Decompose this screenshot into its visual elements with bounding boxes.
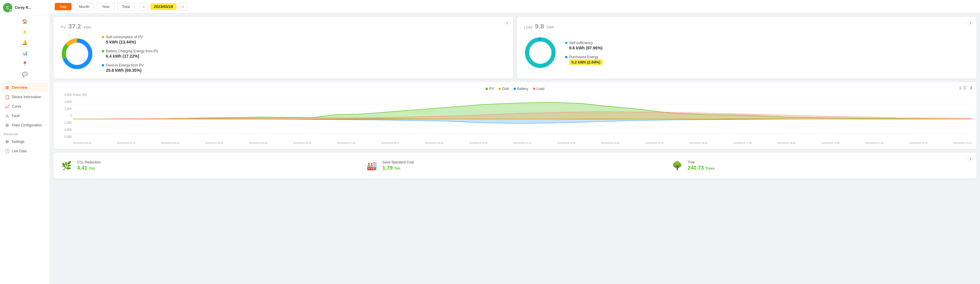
load-legend-item-1: Purchased Energy 0.2 kWh (2.04%) — [565, 55, 970, 64]
sidebar-item-curve[interactable]: 📈 Curve — [1, 102, 49, 111]
stat-co2-label: CO₂ Reduction — [77, 160, 100, 164]
chart-body: 6,000 4,000 2,000 0 -2,000 -4,000 -6,000… — [58, 93, 972, 144]
stat-coal-label: Save Standard Coal — [382, 160, 414, 164]
stat-tree-text: Tree 240.73 Trees — [688, 160, 714, 171]
pv-legend-item-0: Self-consumption of PV 5 kWh (13.44%) — [102, 35, 508, 44]
sidebar: C Corey R... 🏠 ⚡ 🔔 📊 📍 💬 ⊞ Overview 📋 De… — [0, 0, 50, 284]
y-label-4000: 4,000 — [58, 100, 72, 103]
x-label-0: 2023/03/19 00:00 — [73, 142, 91, 144]
stats-row: ℹ 🌿 CO₂ Reduction 4.41 Ton 🏭 Save Standa… — [54, 152, 977, 178]
load-card: ℹ Load 9.8 kWh — [517, 17, 977, 78]
date-nav: ‹ 2023/03/19 › — [140, 2, 187, 11]
x-label-9: 2023/03/19 10:30 — [469, 142, 487, 144]
nav-icon-chart[interactable]: 📊 — [21, 50, 29, 57]
x-label-7: 2023/03/19 08:10 — [381, 142, 399, 144]
stats-info-icon[interactable]: ℹ — [968, 156, 973, 162]
chart-legend-grid: Grid — [498, 87, 509, 91]
x-label-14: 2023/03/19 16:20 — [689, 142, 707, 144]
chart-legend-battery: Battery — [514, 87, 528, 91]
sidebar-item-device-info[interactable]: 📋 Device Information — [1, 92, 49, 102]
sidebar-item-settings[interactable]: ⚙ Settings — [1, 137, 49, 146]
month-button[interactable]: Month — [74, 3, 94, 10]
sidebar-item-plant-config-label: Plant Configuration — [12, 123, 42, 127]
curve-icon: 📈 — [5, 104, 10, 109]
x-label-5: 2023/03/19 05:50 — [293, 142, 311, 144]
live-data-icon: 🕐 — [5, 149, 10, 154]
sidebar-item-device-info-label: Device Information — [12, 95, 41, 99]
chart-y-axis: 6,000 4,000 2,000 0 -2,000 -4,000 -6,000 — [58, 93, 73, 144]
next-date-button[interactable]: › — [179, 2, 187, 11]
fault-icon: ⚠ — [5, 113, 10, 118]
nav-icon-bell[interactable]: 🔔 — [21, 39, 29, 46]
x-label-2: 2023/03/19 02:20 — [161, 142, 179, 144]
pv-legend: Self-consumption of PV 5 kWh (13.44%) Ba… — [102, 35, 508, 73]
stat-coal-text: Save Standard Coal 1.79 Ton — [382, 160, 414, 171]
pv-legend-dot-1 — [102, 50, 104, 52]
y-label-6000: 6,000 — [58, 93, 72, 97]
stat-co2: 🌿 CO₂ Reduction 4.41 Ton — [59, 159, 360, 173]
day-button[interactable]: Day — [55, 3, 72, 10]
y-label-0: 0 — [58, 114, 72, 117]
nav-icon-message[interactable]: 💬 — [21, 71, 29, 78]
chart-list-icon[interactable]: ☰ — [963, 86, 967, 90]
chart-legend-pv: PV — [485, 87, 494, 91]
stat-coal-value: 1.79 Ton — [382, 165, 414, 171]
nav-icon-energy[interactable]: ⚡ — [21, 29, 29, 36]
sidebar-item-plant-config[interactable]: ⚙ Plant Configuration — [1, 121, 49, 130]
content-area: ℹ PV 37.2 kWh — [50, 13, 980, 284]
plant-config-icon: ⚙ — [5, 123, 10, 128]
chart-info-icon[interactable]: ℹ — [959, 86, 961, 90]
pv-legend-item-1: Battery Charging Energy from PV 6.4 kWh … — [102, 49, 508, 59]
pv-legend-value-1: 6.4 kWh (17.22%) — [102, 54, 508, 59]
nav-icon-location[interactable]: 📍 — [21, 60, 29, 67]
load-legend-value-1: 0.2 kWh (2.04%) — [565, 60, 970, 64]
x-label-11: 2023/03/19 12:50 — [557, 142, 575, 144]
pv-legend-value-0: 5 kWh (13.44%) — [102, 40, 508, 44]
load-card-title: Load 9.8 kWh — [523, 23, 970, 30]
x-label-10: 2023/03/19 11:40 — [513, 142, 531, 144]
sidebar-item-live-data[interactable]: 🕐 Live Data — [1, 146, 49, 156]
chart-toolbar: ℹ ☰ ⬇ — [959, 86, 973, 90]
chart-legend: PV Grid Battery Load — [58, 87, 972, 91]
x-label-16: 2023/03/19 18:40 — [777, 142, 795, 144]
x-label-12: 2023/03/19 14:00 — [601, 142, 619, 144]
year-button[interactable]: Year — [97, 3, 115, 10]
x-label-15: 2023/03/19 17:30 — [733, 142, 751, 144]
pv-card: ℹ PV 37.2 kWh — [54, 17, 513, 78]
chart-card: ℹ ☰ ⬇ PV Grid Battery L — [54, 82, 977, 149]
overview-icon: ⊞ — [5, 85, 10, 90]
chart-legend-dot-grid — [498, 87, 501, 90]
sidebar-item-fault-label: Fault — [12, 114, 20, 118]
chart-svg-wrap: Power (W) — [73, 93, 972, 144]
chart-legend-dot-battery — [514, 87, 516, 90]
sidebar-item-overview[interactable]: ⊞ Overview — [1, 83, 49, 92]
load-legend-dot-1 — [565, 56, 567, 58]
settings-icon: ⚙ — [5, 140, 10, 144]
y-label-neg6000: -6,000 — [58, 135, 72, 138]
pv-info-icon[interactable]: ℹ — [504, 20, 510, 25]
sidebar-nav: ⊞ Overview 📋 Device Information 📈 Curve … — [0, 81, 50, 284]
sidebar-header: C Corey R... — [0, 0, 50, 16]
current-date: 2023/03/19 — [150, 3, 177, 10]
sidebar-item-overview-label: Overview — [12, 86, 27, 90]
pv-legend-dot-2 — [102, 64, 104, 67]
load-card-inner: Self-sufficiency 9.6 kWh (97.96%) Purcha… — [523, 35, 970, 70]
x-label-13: 2023/03/19 15:10 — [645, 142, 663, 144]
purchased-energy-badge: 0.2 kWh (2.04%) — [569, 59, 603, 65]
chart-download-icon[interactable]: ⬇ — [969, 86, 973, 90]
stat-tree: 🌳 Tree 240.73 Trees — [670, 159, 970, 173]
load-donut — [523, 35, 558, 70]
main-content: Day Month Year Total ‹ 2023/03/19 › ℹ PV… — [50, 0, 980, 284]
chart-legend-load: Load — [533, 87, 544, 91]
chart-y-title: Power (W) — [73, 93, 972, 97]
x-label-19: 2023/03/19 22:10 — [909, 142, 928, 144]
nav-icon-home[interactable]: 🏠 — [21, 18, 29, 25]
x-label-17: 2023/03/19 19:50 — [821, 142, 839, 144]
tree-icon: 🌳 — [670, 159, 684, 173]
x-label-1: 2023/03/19 01:10 — [117, 142, 135, 144]
load-info-icon[interactable]: ℹ — [968, 20, 973, 25]
total-button[interactable]: Total — [117, 3, 135, 10]
sidebar-item-fault[interactable]: ⚠ Fault — [1, 111, 49, 121]
x-label-20: 2023/03/19 23:20 — [953, 142, 972, 144]
prev-date-button[interactable]: ‹ — [140, 2, 148, 11]
